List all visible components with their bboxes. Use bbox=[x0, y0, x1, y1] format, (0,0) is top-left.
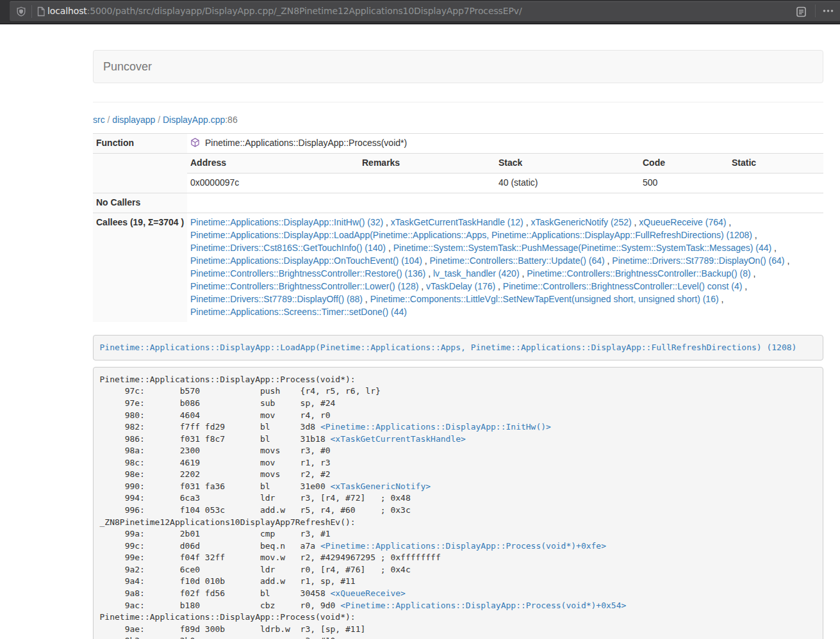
address-value: 0x0000097c bbox=[187, 173, 359, 192]
code-line: 98c: 4619 mov r1, r3 bbox=[100, 457, 817, 469]
code-symbol-link[interactable]: <Pinetime::Applications::DisplayApp::Ini… bbox=[320, 422, 551, 432]
navbar: Puncover bbox=[93, 50, 823, 83]
code-line: 9b2: 2b0a cmp r3, #10 bbox=[100, 635, 817, 639]
col-static: Static bbox=[729, 154, 823, 173]
code-line: Pinetime::Applications::DisplayApp::Proc… bbox=[100, 611, 817, 624]
function-name: Pinetime::Applications::DisplayApp::Proc… bbox=[205, 138, 407, 148]
breadcrumb-separator: / bbox=[155, 115, 163, 125]
code-line: 97c: b570 push {r4, r5, r6, lr} bbox=[100, 385, 817, 398]
code-symbol-link[interactable]: <Pinetime::Applications::DisplayApp::Pro… bbox=[320, 541, 606, 551]
assembly-code: Pinetime::Applications::DisplayApp::Proc… bbox=[93, 367, 823, 639]
callers-cell bbox=[187, 193, 823, 213]
code-line: 9ac: b180 cbz r0, 9d0 <Pinetime::Applica… bbox=[100, 600, 817, 612]
callee-link[interactable]: xQueueReceive (764) bbox=[639, 217, 726, 227]
function-row: Function Pinetime::Applications::Display… bbox=[93, 133, 823, 153]
callee-link[interactable]: Pinetime::Controllers::BrightnessControl… bbox=[190, 281, 418, 291]
breadcrumb-separator: / bbox=[105, 115, 113, 125]
callees-cell: Pinetime::Applications::DisplayApp::Init… bbox=[187, 213, 823, 321]
code-symbol-link[interactable]: <xQueueReceive> bbox=[331, 588, 406, 598]
callees-line: Pinetime::Controllers::BrightnessControl… bbox=[190, 268, 820, 280]
code-line: 99c: d06d beq.n a7a <Pinetime::Applicati… bbox=[100, 540, 817, 553]
code-line: 994: 6ca3 ldr r3, [r4, #72] ; 0x48 bbox=[100, 492, 817, 505]
code-line: _ZN8Pinetime12Applications10DisplayApp7R… bbox=[100, 517, 817, 529]
callee-link[interactable]: Pinetime::Drivers::Cst816S::GetTouchInfo… bbox=[190, 243, 386, 253]
callee-link[interactable]: Pinetime::Components::LittleVgl::SetNewT… bbox=[370, 294, 719, 304]
code-line: 990: f031 fa36 bl 31e00 <xTaskGenericNot… bbox=[100, 481, 817, 493]
callers-row: No Callers bbox=[93, 193, 823, 213]
callee-link[interactable]: Pinetime::Controllers::BrightnessControl… bbox=[503, 281, 742, 291]
page-icon[interactable] bbox=[37, 6, 45, 17]
code-symbol-link[interactable]: <xTaskGetCurrentTaskHandle> bbox=[331, 434, 466, 444]
reader-mode-icon[interactable] bbox=[796, 6, 807, 18]
code-line: 9a4: f10d 010b add.w r1, sp, #11 bbox=[100, 576, 817, 588]
function-name-cell: Pinetime::Applications::DisplayApp::Proc… bbox=[187, 133, 823, 153]
function-cube-icon bbox=[190, 138, 200, 147]
url-path: :5000/path/src/displayapp/DisplayApp.cpp… bbox=[87, 6, 522, 16]
breadcrumb-link[interactable]: DisplayApp.cpp bbox=[163, 115, 225, 125]
callee-link[interactable]: Pinetime::Applications::DisplayApp::OnTo… bbox=[190, 255, 422, 266]
stats-header-row: Address Remarks Stack Code Static bbox=[187, 154, 823, 173]
callees-row: Callees (19, Σ=3704 ) Pinetime::Applicat… bbox=[93, 213, 823, 321]
code-line: Pinetime::Applications::DisplayApp::Proc… bbox=[100, 374, 817, 386]
stats-label bbox=[93, 153, 187, 193]
urlbar-divider bbox=[31, 5, 32, 18]
col-remarks: Remarks bbox=[359, 154, 495, 173]
callee-link[interactable]: Pinetime::Controllers::Battery::Update()… bbox=[430, 255, 605, 266]
breadcrumb-link[interactable]: src bbox=[93, 115, 105, 125]
shield-icon[interactable] bbox=[16, 6, 26, 17]
code-line: 9a8: f02f fd56 bl 30458 <xQueueReceive> bbox=[100, 588, 817, 600]
divider bbox=[93, 102, 823, 102]
url-text[interactable]: localhost:5000/path/src/displayapp/Displ… bbox=[47, 5, 522, 18]
brand-link[interactable]: Puncover bbox=[94, 51, 161, 83]
biggest-callee-box: Pinetime::Applications::DisplayApp::Load… bbox=[93, 335, 823, 361]
callee-link[interactable]: Pinetime::System::SystemTask::PushMessag… bbox=[393, 243, 772, 253]
callees-label: Callees (19, Σ=3704 ) bbox=[93, 213, 187, 321]
url-bar[interactable]: localhost:5000/path/src/displayapp/Displ… bbox=[9, 1, 840, 21]
remarks-value bbox=[359, 173, 495, 192]
callees-line: Pinetime::Applications::Screens::Timer::… bbox=[190, 306, 820, 319]
overflow-menu-icon[interactable] bbox=[819, 3, 836, 19]
callee-link[interactable]: vTaskDelay (176) bbox=[426, 281, 495, 291]
col-code: Code bbox=[639, 154, 729, 173]
code-line: 9ae: f89d 300b ldrb.w r3, [sp, #11] bbox=[100, 624, 817, 636]
code-line: 9a2: 6ce0 ldr r0, [r4, #76] ; 0x4c bbox=[100, 564, 817, 576]
callees-line: Pinetime::Applications::DisplayApp::Init… bbox=[190, 216, 820, 229]
callee-link[interactable]: Pinetime::Applications::Screens::Timer::… bbox=[190, 307, 407, 317]
callee-link[interactable]: Pinetime::Applications::DisplayApp::Init… bbox=[190, 217, 383, 227]
stats-row: Address Remarks Stack Code Static 0x0000… bbox=[93, 153, 823, 193]
callee-link[interactable]: xTaskGenericNotify (252) bbox=[531, 217, 631, 227]
toolbar-divider bbox=[815, 4, 816, 17]
callees-line: Pinetime::Applications::DisplayApp::OnTo… bbox=[190, 255, 820, 268]
callee-link[interactable]: lv_task_handler (420) bbox=[433, 268, 520, 279]
code-symbol-link[interactable]: <xTaskGenericNotify> bbox=[331, 481, 431, 491]
stats-table: Address Remarks Stack Code Static 0x0000… bbox=[187, 154, 823, 193]
callees-line: Pinetime::Controllers::BrightnessControl… bbox=[190, 280, 820, 293]
code-line: 982: f7ff fd29 bl 3d8 <Pinetime::Applica… bbox=[100, 421, 817, 433]
browser-toolbar: localhost:5000/path/src/displayapp/Displ… bbox=[0, 0, 840, 24]
code-line: 99a: 2b01 cmp r3, #1 bbox=[100, 528, 817, 540]
breadcrumb: src / displayapp / DisplayApp.cpp:86 bbox=[93, 114, 823, 127]
callee-link[interactable]: Pinetime::Drivers::St7789::DisplayOn() (… bbox=[612, 255, 784, 266]
stats-value-row: 0x0000097c 40 (static) 500 bbox=[187, 173, 823, 192]
code-line: 98e: 2202 movs r2, #2 bbox=[100, 469, 817, 481]
callee-link[interactable]: xTaskGetCurrentTaskHandle (12) bbox=[391, 217, 523, 227]
callees-line: Pinetime::Applications::DisplayApp::Load… bbox=[190, 229, 820, 242]
breadcrumb-link[interactable]: displayapp bbox=[112, 115, 155, 125]
col-stack: Stack bbox=[495, 154, 639, 173]
callee-link[interactable]: Pinetime::Controllers::BrightnessControl… bbox=[190, 268, 425, 279]
code-line: 97e: b086 sub sp, #24 bbox=[100, 398, 817, 410]
code-line: 996: f104 053c add.w r5, r4, #60 ; 0x3c bbox=[100, 505, 817, 517]
callee-link[interactable]: Pinetime::Drivers::St7789::DisplayOff() … bbox=[190, 294, 363, 304]
callees-line: Pinetime::Drivers::Cst816S::GetTouchInfo… bbox=[190, 242, 820, 255]
function-table: Function Pinetime::Applications::Display… bbox=[93, 133, 823, 322]
callee-link[interactable]: Pinetime::Applications::DisplayApp::Load… bbox=[190, 230, 752, 240]
code-line: 986: f031 f8c7 bl 31b18 <xTaskGetCurrent… bbox=[100, 433, 817, 446]
biggest-callee-link[interactable]: Pinetime::Applications::DisplayApp::Load… bbox=[100, 343, 797, 352]
callee-link[interactable]: Pinetime::Controllers::BrightnessControl… bbox=[527, 268, 750, 279]
url-host: localhost bbox=[47, 6, 87, 16]
stack-value: 40 (static) bbox=[495, 173, 639, 192]
static-value bbox=[729, 173, 823, 192]
code-symbol-link[interactable]: <Pinetime::Applications::DisplayApp::Pro… bbox=[340, 601, 626, 610]
callees-line: Pinetime::Drivers::St7789::DisplayOff() … bbox=[190, 293, 820, 306]
main-container: Puncover src / displayapp / DisplayApp.c… bbox=[93, 50, 823, 639]
